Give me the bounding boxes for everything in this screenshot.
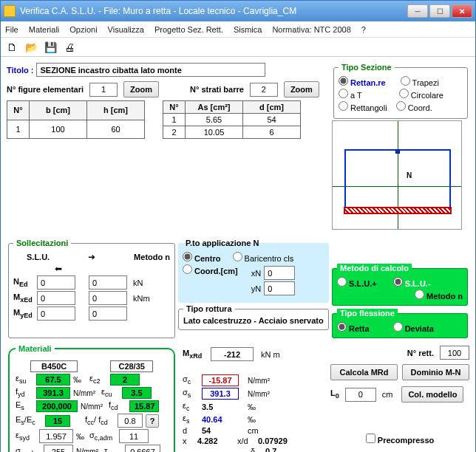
m-xed-input-2[interactable]: [89, 291, 127, 305]
esyd-input[interactable]: [39, 429, 73, 443]
xn-input[interactable]: [264, 266, 295, 280]
figure-col-n: N°: [7, 101, 30, 120]
menu-help[interactable]: ?: [361, 25, 366, 34]
tipo-flessione-legend: Tipo flessione: [337, 309, 398, 318]
n-figure-label: N° figure elementari: [7, 85, 84, 94]
section-n-label: N: [407, 171, 412, 179]
materiali-legend: Materiali: [16, 344, 55, 353]
yn-input[interactable]: [264, 281, 295, 295]
app-icon: [4, 5, 16, 17]
pto-group: P.to applicazione N Centro Baricentro cl…: [178, 239, 329, 303]
radio-rettangoli[interactable]: Rettangoli: [339, 101, 387, 112]
n-ed-input-2[interactable]: [89, 275, 127, 290]
barre-table[interactable]: N° As [cm²] d [cm] 1 5.65 54 2 10.05: [163, 100, 301, 139]
barre-col-as: As [cm²]: [186, 101, 243, 114]
figure-col-h: h [cm]: [87, 101, 145, 120]
sollecitazioni-legend: Sollecitazioni: [13, 239, 71, 247]
tco-input[interactable]: [125, 445, 160, 452]
l0-unit: cm: [382, 390, 393, 399]
tipo-sezione-legend: Tipo Sezione: [339, 63, 395, 72]
radio-circolare[interactable]: Circolare: [399, 89, 443, 100]
metodo-calcolo-group: Metodo di calcolo S.L.U.+ S.L.U.- Metodo…: [332, 264, 468, 306]
radio-trapezi[interactable]: Trapezi: [401, 76, 439, 87]
ssadm-input[interactable]: [44, 445, 73, 452]
fyd-value: 391.3: [36, 387, 70, 399]
m-yed-input-2[interactable]: [89, 307, 127, 321]
new-icon[interactable]: 🗋: [5, 41, 18, 54]
window-close-button[interactable]: ✕: [452, 4, 472, 18]
n-ed-unit: kN: [133, 278, 143, 287]
section-dot-icon: [395, 149, 400, 154]
col-modello-button[interactable]: Col. modello: [401, 386, 463, 403]
save-icon[interactable]: 💾: [44, 41, 57, 54]
open-icon[interactable]: 📂: [24, 41, 38, 54]
d-label: d: [183, 426, 199, 435]
table-row[interactable]: 1 5.65 54: [163, 114, 301, 126]
concrete-select[interactable]: C28/35: [110, 360, 152, 372]
tipo-rottura-value: Lato calcestruzzo - Acciaio snervato: [183, 316, 324, 325]
steel-select[interactable]: B450C: [30, 360, 78, 372]
n-figure-input[interactable]: [89, 83, 118, 97]
delta-value: 0.7: [265, 447, 276, 452]
menu-materiali[interactable]: Materiali: [29, 25, 60, 34]
menu-normativa[interactable]: Normativa: NTC 2008: [272, 25, 350, 34]
fcd-value: 15.87: [129, 400, 159, 412]
nrett-label: N° rett.: [407, 349, 434, 357]
radio-slu-minus[interactable]: S.L.U.-: [393, 277, 431, 288]
n-ed-input[interactable]: [37, 275, 75, 290]
print-icon[interactable]: 🖨: [63, 41, 76, 54]
fccfcd-input[interactable]: [118, 414, 143, 428]
titolo-label: Titolo :: [7, 66, 33, 75]
radio-centro[interactable]: Centro: [183, 252, 221, 263]
es-value: 200,000: [36, 400, 78, 412]
radio-slu-plus[interactable]: S.L.U.+: [337, 277, 377, 288]
radio-calc-metodon[interactable]: Metodo n: [415, 290, 463, 301]
tipo-flessione-group: Tipo flessione Retta Deviata: [332, 309, 468, 338]
section-diagram: N: [332, 120, 462, 230]
window-title: Verifica C.A. S.L.U. - File: Muro a rett…: [20, 6, 296, 16]
help-button[interactable]: ?: [146, 414, 159, 428]
n-strati-input[interactable]: [250, 83, 278, 97]
menu-progetto[interactable]: Progetto Sez. Rett.: [154, 25, 223, 34]
ec-value: 3.5: [202, 403, 239, 411]
radio-baricentro[interactable]: Baricentro cls: [233, 252, 294, 263]
m-xed-input[interactable]: [37, 291, 75, 305]
radio-coord-pto[interactable]: Coord.[cm]: [183, 264, 238, 275]
radio-rettanre[interactable]: Rettan.re: [339, 76, 386, 87]
zoom-barre-button[interactable]: Zoom: [284, 81, 319, 97]
swap-right-icon[interactable]: ➜: [88, 252, 95, 262]
menu-file[interactable]: File: [5, 25, 18, 34]
calcola-mrd-button[interactable]: Calcola MRd: [330, 364, 398, 380]
esu-value: 67.5: [36, 374, 70, 386]
d-value: 54: [202, 426, 239, 435]
window-maximize-button[interactable]: ☐: [429, 4, 450, 18]
x-label: x: [183, 436, 194, 445]
radio-retta[interactable]: Retta: [337, 322, 370, 333]
scadm-input[interactable]: [119, 429, 149, 443]
radio-at[interactable]: a T: [339, 89, 362, 100]
xd-label: x/d: [237, 436, 255, 445]
n-strati-label: N° strati barre: [190, 85, 244, 94]
l0-input[interactable]: [345, 388, 376, 402]
menu-opzioni[interactable]: Opzioni: [69, 25, 97, 34]
menu-sismica[interactable]: Sismica: [234, 25, 262, 34]
window-minimize-button[interactable]: ─: [407, 4, 428, 18]
table-row[interactable]: 2 10.05 6: [163, 126, 301, 139]
ss-value: 391.3: [202, 388, 239, 400]
menu-visualizza[interactable]: Visualizza: [108, 25, 144, 34]
radio-deviata[interactable]: Deviata: [393, 322, 434, 333]
table-row[interactable]: 1 100 60: [7, 120, 145, 139]
titolo-input[interactable]: [36, 63, 265, 77]
precompresso-checkbox[interactable]: Precompresso: [366, 434, 435, 445]
swap-left-icon[interactable]: ⬅: [55, 264, 62, 274]
zoom-figure-button[interactable]: Zoom: [123, 81, 159, 97]
esec-value: 15: [45, 415, 70, 427]
nrett-input[interactable]: [440, 346, 469, 360]
figure-table[interactable]: N° b [cm] h [cm] 1 100 60: [7, 100, 145, 139]
dominio-mn-button[interactable]: Dominio M-N: [402, 364, 469, 380]
materiali-group: Materiali B450C C28/35 εsu 67.5 ‰ εc2 2 …: [8, 344, 175, 452]
figure-col-b: b [cm]: [30, 101, 87, 120]
radio-coord[interactable]: Coord.: [396, 101, 432, 112]
barre-col-d: d [cm]: [243, 101, 301, 114]
m-yed-input[interactable]: [37, 307, 75, 321]
